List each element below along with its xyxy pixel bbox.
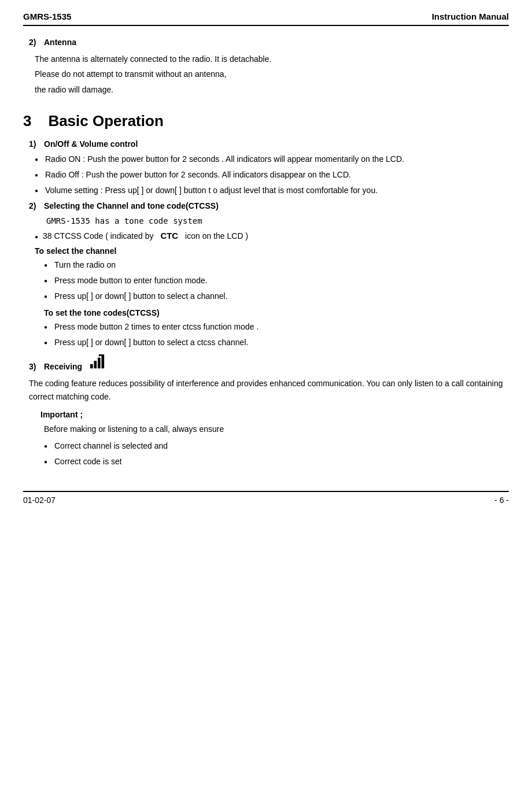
section2-antenna-header: 2) Antenna bbox=[23, 38, 509, 47]
subsection2-number: 2) bbox=[29, 201, 40, 210]
header-title-right: Instruction Manual bbox=[432, 12, 509, 21]
svg-rect-1 bbox=[94, 361, 97, 368]
receiving-para: The coding feature reduces possibility o… bbox=[23, 377, 509, 403]
receiving-signal-icon bbox=[89, 354, 106, 371]
subsection1-bullets: Radio ON : Push the power button for 2 s… bbox=[23, 153, 509, 197]
bullet-radio-on: Radio ON : Push the power button for 2 s… bbox=[35, 153, 509, 165]
page-footer: 01-02-07 - 6 - bbox=[23, 491, 509, 505]
subsection3-title: Receiving bbox=[44, 362, 82, 371]
select-channel-bullets: Turn the radio on Press mode button to e… bbox=[23, 259, 509, 302]
svg-rect-2 bbox=[98, 358, 101, 369]
page-header: GMRS-1535 Instruction Manual bbox=[23, 12, 509, 26]
important-subtitle: Before making or listening to a call, al… bbox=[23, 423, 509, 435]
important-title: Important ; bbox=[23, 409, 509, 421]
bullet-press-mode: Press mode button to enter function mode… bbox=[44, 275, 509, 287]
section2-number: 2) bbox=[29, 38, 40, 47]
tone-codes-bullets: Press mode button 2 times to enter ctcss… bbox=[23, 321, 509, 349]
footer-page: - 6 - bbox=[494, 496, 509, 505]
header-title-left: GMRS-1535 bbox=[23, 12, 71, 21]
ctc-label: CTC bbox=[160, 231, 178, 241]
important-bullets: Correct channel is selected and Correct … bbox=[23, 440, 509, 468]
ctcss-code-line: ● 38 CTCSS Code ( indicated by CTC icon … bbox=[23, 231, 509, 241]
ctcss-suffix: icon on the LCD ) bbox=[185, 231, 248, 241]
bullet-correct-channel: Correct channel is selected and bbox=[44, 440, 509, 452]
section3-number-title: 3 Basic Operation bbox=[23, 112, 164, 130]
antenna-line-2: Please do not attempt to transmit withou… bbox=[23, 68, 509, 80]
section2-antenna-title: Antenna bbox=[44, 38, 76, 47]
section3-header: 3 Basic Operation bbox=[23, 112, 509, 130]
subsection1-number: 1) bbox=[29, 139, 40, 149]
antenna-line-1: The antenna is alternately connected to … bbox=[23, 53, 509, 65]
subsection3-header: 3) Receiving bbox=[23, 354, 509, 371]
bullet-press-up-down-channel: Press up[ ] or down[ ] button to select … bbox=[44, 290, 509, 302]
subsection1-header: 1) On/Off & Volume control bbox=[23, 139, 509, 149]
section2-antenna-body: The antenna is alternately connected to … bbox=[23, 53, 509, 96]
tone-bullet-icon: ● bbox=[35, 234, 38, 240]
bullet-press-up-down-ctcss: Press up[ ] or down[ ] button to select … bbox=[44, 337, 509, 349]
subsection2-title: Selecting the Channel and tone code(CTCS… bbox=[44, 201, 219, 210]
footer-date: 01-02-07 bbox=[23, 496, 56, 505]
tone-codes-title: To set the tone codes(CTCSS) bbox=[23, 308, 509, 317]
bullet-radio-off: Radio Off : Push the power button for 2 … bbox=[35, 169, 509, 181]
subsection1-title: On/Off & Volume control bbox=[44, 139, 138, 149]
svg-rect-0 bbox=[90, 364, 93, 368]
bullet-volume: Volume setting : Press up[ ] or down[ ] … bbox=[35, 184, 509, 197]
ctcss-prefix: 38 CTCSS Code ( indicated by bbox=[43, 231, 153, 241]
bullet-mode-2-times: Press mode button 2 times to enter ctcss… bbox=[44, 321, 509, 333]
ctcss-intro: GMRS-1535 has a tone code system bbox=[23, 215, 509, 227]
bullet-correct-code: Correct code is set bbox=[44, 456, 509, 468]
subsection3-number: 3) bbox=[29, 362, 40, 371]
select-channel-title: To select the channel bbox=[23, 246, 509, 256]
svg-rect-3 bbox=[102, 354, 105, 368]
subsection2-header: 2) Selecting the Channel and tone code(C… bbox=[23, 201, 509, 210]
bullet-turn-radio-on: Turn the radio on bbox=[44, 259, 509, 271]
antenna-line-3: the radio will damage. bbox=[23, 83, 509, 96]
